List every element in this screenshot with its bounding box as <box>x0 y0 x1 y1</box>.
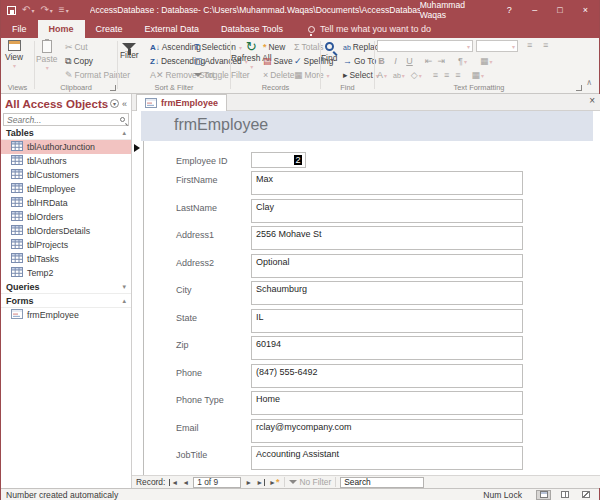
field-input-firstname[interactable]: Max <box>251 171 523 195</box>
delete-icon: × <box>263 71 268 80</box>
close-icon[interactable]: × <box>580 5 591 15</box>
nav-item-tbltasks[interactable]: tblTasks <box>1 252 131 266</box>
nav-item-temp2[interactable]: Temp2 <box>1 266 131 280</box>
save-record-button[interactable]: ▤ Save <box>263 54 293 68</box>
underline-icon[interactable]: U <box>405 56 414 66</box>
tab-file[interactable]: File <box>1 20 38 38</box>
layout-view-button[interactable] <box>557 490 572 500</box>
filter-button[interactable]: Filter <box>120 43 139 61</box>
chevron-up-icon[interactable]: ▴ <box>122 297 126 305</box>
quick-access-toolbar: ↶ ↷ ≡ <box>1 5 90 15</box>
align-center-icon[interactable]: ≡ <box>444 71 449 80</box>
highlight-color-icon[interactable]: ab <box>393 72 405 79</box>
bullets-icon[interactable]: ≡ <box>527 41 532 50</box>
nav-item-tblprojects[interactable]: tblProjects <box>1 238 131 252</box>
nav-group-forms[interactable]: Forms▴ <box>1 294 131 308</box>
field-input-zip[interactable]: 60194 <box>251 336 523 360</box>
nav-item-frmemployee[interactable]: frmEmployee <box>1 308 131 322</box>
lightbulb-icon <box>308 26 315 33</box>
form-icon <box>11 309 23 321</box>
close-document-icon[interactable]: × <box>589 95 595 106</box>
field-input-city[interactable]: Schaumburg <box>251 281 523 305</box>
form-view-button[interactable] <box>536 490 551 500</box>
field-input-email[interactable]: rclay@mycompany.com <box>251 419 523 443</box>
nav-search-input[interactable] <box>7 115 120 125</box>
field-input-phone-type[interactable]: Home <box>251 391 523 415</box>
undo-icon[interactable]: ↶ <box>22 5 34 15</box>
background-color-icon[interactable]: ◇ <box>411 71 422 80</box>
cut-label: Cut <box>75 42 88 52</box>
background-image-icon[interactable]: ▦ <box>472 71 485 80</box>
record-position-box[interactable]: 1 of 9 <box>193 477 241 488</box>
nav-pane-title[interactable]: All Access Objects <box>5 98 110 110</box>
nav-item-tblcustomers[interactable]: tblCustomers <box>1 168 131 182</box>
chevron-down-icon[interactable]: ▾ <box>122 283 126 291</box>
italic-icon[interactable]: I <box>391 56 400 66</box>
nav-item-tblordersdetails[interactable]: tblOrdersDetails <box>1 224 131 238</box>
numbering-icon[interactable]: ≡ <box>543 41 548 50</box>
maximize-icon[interactable]: □ <box>554 5 565 15</box>
field-input-address1[interactable]: 2556 Mohave St <box>251 226 523 250</box>
tell-me-box[interactable]: Tell me what you want to do <box>294 20 431 38</box>
nav-group-queries[interactable]: Queries▾ <box>1 280 131 294</box>
record-search-input[interactable] <box>340 477 424 488</box>
goto-icon: → <box>343 57 352 66</box>
tab-database-tools[interactable]: Database Tools <box>210 20 294 38</box>
chevron-up-icon[interactable]: ▴ <box>122 129 126 137</box>
nav-item-tblemployee[interactable]: tblEmployee <box>1 182 131 196</box>
nav-group-tables[interactable]: Tables▴ <box>1 126 131 140</box>
copy-button[interactable]: ⧉ Copy <box>65 54 93 68</box>
align-left-icon[interactable]: ≡ <box>433 71 438 80</box>
help-icon[interactable]: ? <box>504 5 515 15</box>
last-record-icon[interactable]: ► <box>256 479 265 486</box>
field-input-employee-id[interactable]: 2 <box>251 152 306 168</box>
minimize-icon[interactable]: – <box>529 5 540 15</box>
paste-button[interactable]: Paste <box>36 40 57 72</box>
new-button[interactable]: * New <box>263 40 285 54</box>
nav-group-label: Forms <box>6 296 34 306</box>
increase-indent-icon[interactable]: ⇥ <box>438 57 446 66</box>
previous-record-icon[interactable]: ◄ <box>182 479 189 486</box>
tab-external-data[interactable]: External Data <box>134 20 211 38</box>
field-input-lastname[interactable]: Clay <box>251 199 523 223</box>
nav-item-tblorders[interactable]: tblOrders <box>1 210 131 224</box>
align-right-icon[interactable]: ≡ <box>455 71 460 80</box>
status-bar: Number created automaticaly Num Lock <box>1 488 599 500</box>
document-tab-frmemployee[interactable]: frmEmployee <box>136 94 227 111</box>
tab-home[interactable]: Home <box>38 20 85 38</box>
text-direction-icon[interactable]: ¶ <box>458 57 467 66</box>
nav-item-tblauthorjunction[interactable]: tblAuthorJunction <box>1 140 131 154</box>
decrease-indent-icon[interactable]: ⇤ <box>425 57 433 66</box>
first-record-icon[interactable]: ◄ <box>169 479 178 486</box>
field-input-jobtitle[interactable]: Accounting Assistant <box>251 446 523 470</box>
design-view-button[interactable] <box>578 490 593 500</box>
find-button[interactable]: Find <box>321 42 337 64</box>
next-record-icon[interactable]: ► <box>245 479 252 486</box>
search-icon[interactable] <box>120 117 125 122</box>
nav-menu-icon[interactable]: ▾ <box>110 99 119 108</box>
cut-button[interactable]: ✂ Cut <box>65 40 88 54</box>
nav-item-tblhrdata[interactable]: tblHRData <box>1 196 131 210</box>
view-button[interactable]: View <box>5 40 23 70</box>
field-input-address2[interactable]: Optional <box>251 254 523 278</box>
font-name-combo[interactable] <box>377 40 473 52</box>
customize-qat-icon[interactable]: ≡ <box>59 5 69 15</box>
font-size-combo[interactable] <box>476 40 518 52</box>
account-name[interactable]: Muhammad Waqas <box>420 0 490 20</box>
shutter-bar-icon[interactable]: « <box>122 99 127 109</box>
collapse-ribbon-icon[interactable]: ∧ <box>586 78 592 87</box>
bold-icon[interactable]: B <box>377 56 386 66</box>
field-input-phone[interactable]: (847) 555-6492 <box>251 364 523 388</box>
no-filter-button[interactable]: No Filter <box>289 477 332 487</box>
font-color-icon[interactable]: A <box>377 71 387 80</box>
nav-item-tblauthors[interactable]: tblAuthors <box>1 154 131 168</box>
tab-create[interactable]: Create <box>85 20 134 38</box>
redo-icon[interactable]: ↷ <box>40 5 52 15</box>
field-label-email: Email <box>176 423 199 433</box>
table-icon <box>11 225 23 237</box>
field-input-state[interactable]: IL <box>251 309 523 333</box>
field-label-address1: Address1 <box>176 230 214 240</box>
new-blank-record-icon[interactable]: ►* <box>269 478 279 487</box>
gridlines-icon[interactable]: ▦ <box>480 57 493 66</box>
save-icon[interactable] <box>7 6 16 15</box>
